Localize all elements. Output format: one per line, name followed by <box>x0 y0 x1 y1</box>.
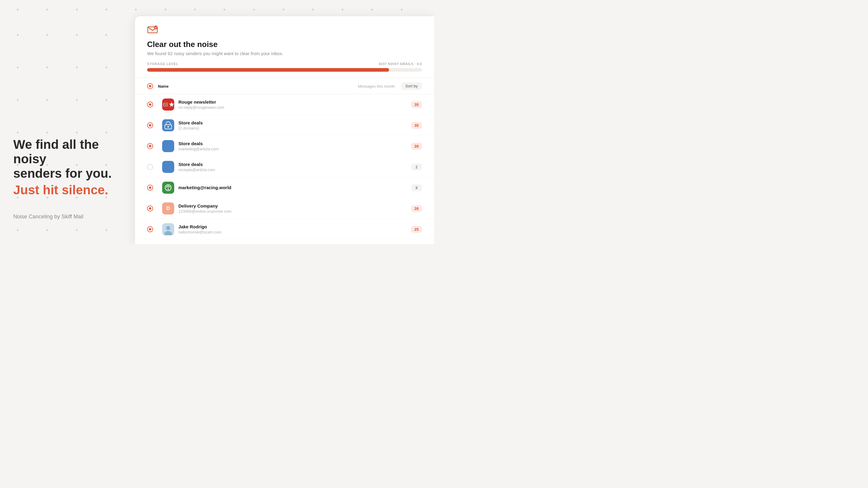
row-radio-1[interactable] <box>147 101 153 107</box>
table-header: Name Messages this month Sort by <box>135 78 434 94</box>
table-row: marketing@racing.world 9 <box>135 177 434 198</box>
message-count-7: 25 <box>362 226 422 233</box>
storage-stats: 8237 NOISY EMAILS · 4.5 <box>379 62 422 66</box>
sender-info-6: Delivery Company 123456@online.scammer.c… <box>179 203 362 214</box>
svg-rect-3 <box>162 101 169 108</box>
message-count-1: 35 <box>362 101 422 108</box>
senders-table[interactable]: Name Messages this month Sort by <box>135 78 434 244</box>
sender-avatar-1 <box>162 98 174 110</box>
sender-name-6: Delivery Company <box>179 203 362 208</box>
table-row: Rouge newsletter no-reply@rougenews.com … <box>135 94 434 115</box>
count-badge-3: 26 <box>411 143 422 150</box>
svg-point-11 <box>167 189 169 190</box>
row-radio-6[interactable] <box>147 205 153 212</box>
sender-info-7: Jake Rodrigo radochonski@scam.com <box>179 224 362 234</box>
row-radio-3[interactable] <box>147 143 153 149</box>
sender-info-5: marketing@racing.world <box>179 185 362 191</box>
sender-name-2: Store deals <box>179 120 362 125</box>
count-badge-2: 35 <box>411 122 422 129</box>
count-badge-5: 9 <box>411 184 422 191</box>
message-count-2: 35 <box>362 122 422 129</box>
main-card: Clear out the noise We found 92 noisy se… <box>135 16 434 244</box>
col-messages-header: Messages this month <box>358 84 395 89</box>
storage-bar-background <box>147 68 422 72</box>
row-radio-7[interactable] <box>147 226 153 232</box>
sender-email-4: reciepts@aritzia.com <box>179 167 362 172</box>
sender-avatar-6: D <box>162 202 174 215</box>
svg-rect-6 <box>162 119 174 131</box>
sender-avatar-5 <box>162 182 174 194</box>
sender-email-1: no-reply@rougenews.com <box>179 105 362 110</box>
storage-label: STORAGE LEVEL <box>147 62 179 66</box>
table-row: D Delivery Company 123456@online.scammer… <box>135 198 434 219</box>
sender-email-3: marketing@aritzia.com <box>179 147 362 151</box>
card-subtitle: We found 92 noisy senders you might want… <box>147 51 422 56</box>
hero-text-block: We find all the noisy senders for you. J… <box>13 137 122 199</box>
sender-avatar-7 <box>162 223 174 235</box>
table-row: Store deals (2 domains) 35 <box>135 115 434 136</box>
count-badge-1: 35 <box>411 101 422 108</box>
sender-info-2: Store deals (2 domains) <box>179 120 362 130</box>
sender-name-4: Store deals <box>179 162 362 167</box>
sender-info-4: Store deals reciepts@aritzia.com <box>179 162 362 172</box>
card-title: Clear out the noise <box>147 40 422 49</box>
svg-point-14 <box>166 226 170 230</box>
sender-name-1: Rouge newsletter <box>179 99 362 104</box>
row-radio-2[interactable] <box>147 122 153 128</box>
sender-name-7: Jake Rodrigo <box>179 224 362 229</box>
left-panel: We find all the noisy senders for you. J… <box>0 0 135 244</box>
table-row: Store deals reciepts@aritzia.com 2 <box>135 157 434 177</box>
count-badge-7: 25 <box>411 226 422 233</box>
col-name-header: Name <box>158 84 168 89</box>
hero-line1: We find all the noisy senders for you. <box>13 137 122 181</box>
message-count-3: 26 <box>362 143 422 150</box>
sender-avatar-4 <box>162 161 174 173</box>
select-all-radio[interactable] <box>147 83 153 89</box>
table-row: R Ryan the Consultant bestconsulting@gma… <box>135 240 434 244</box>
message-count-4: 2 <box>362 164 422 170</box>
card-header: Clear out the noise We found 92 noisy se… <box>135 16 434 62</box>
sender-email-6: 123456@online.scammer.com <box>179 209 362 214</box>
sender-email-7: radochonski@scam.com <box>179 230 362 234</box>
sender-info-1: Rouge newsletter no-reply@rougenews.com <box>179 99 362 110</box>
sender-avatar-2 <box>162 119 174 131</box>
message-count-5: 9 <box>362 184 422 191</box>
row-radio-4[interactable] <box>147 164 153 170</box>
sender-avatar-3 <box>162 140 174 152</box>
hero-accent: Just hit silence. <box>13 183 122 197</box>
sender-email-2: (2 domains) <box>179 126 362 130</box>
count-badge-6: 26 <box>411 205 422 212</box>
storage-bar-fill <box>147 68 389 72</box>
sender-name-3: Store deals <box>179 141 362 146</box>
brand-tagline: Noise Canceling by Skiff Mail <box>13 214 122 220</box>
table-row: Jake Rodrigo radochonski@scam.com 25 <box>135 219 434 240</box>
mail-icon <box>147 25 158 34</box>
storage-section: STORAGE LEVEL 8237 NOISY EMAILS · 4.5 <box>135 62 434 78</box>
count-badge-4: 2 <box>411 164 422 170</box>
sort-button[interactable]: Sort by <box>401 82 422 90</box>
table-row: Store deals marketing@aritzia.com 26 <box>135 136 434 157</box>
svg-point-8 <box>167 126 169 128</box>
message-count-6: 26 <box>362 205 422 212</box>
sender-name-5: marketing@racing.world <box>179 185 362 190</box>
row-radio-5[interactable] <box>147 185 153 191</box>
sender-info-3: Store deals marketing@aritzia.com <box>179 141 362 151</box>
